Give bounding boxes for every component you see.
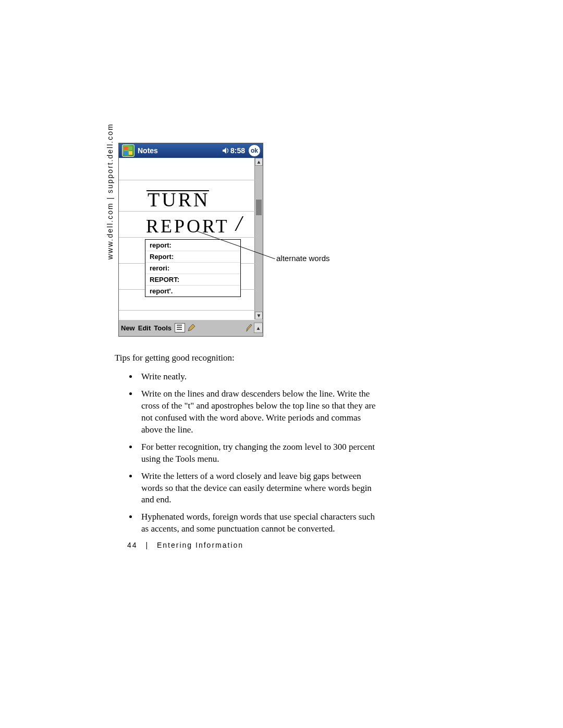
alt-word-option[interactable]: REPORT:	[145, 274, 240, 286]
pen-toggle-icon[interactable]	[187, 324, 195, 332]
alt-word-option[interactable]: rerori:	[145, 263, 240, 274]
handwriting-line-2: REPORT/	[146, 215, 229, 237]
menu-tools[interactable]: Tools	[154, 324, 172, 332]
chapter-title: Entering Information	[157, 541, 243, 549]
handwriting-line-1: TURN	[148, 188, 210, 211]
footer-separator: |	[145, 541, 149, 549]
page-footer: 44 | Entering Information	[127, 541, 243, 549]
alt-word-option[interactable]: report'.	[145, 286, 240, 297]
tips-list: Write neatly. Write on the lines and dra…	[128, 366, 378, 540]
tip-item: Hyphenated words, foreign words that use…	[138, 511, 378, 535]
volume-icon[interactable]	[222, 147, 229, 154]
tip-item: Write neatly.	[138, 371, 378, 383]
app-title: Notes	[138, 146, 222, 155]
input-panel-up-arrow[interactable]: ▲	[254, 323, 263, 333]
tip-item: Write on the lines and draw descenders b…	[138, 388, 378, 436]
manual-page: www.dell.com | support.dell.com Notes 8:…	[0, 0, 563, 728]
tip-item: Write the letters of a word closely and …	[138, 471, 378, 507]
note-writing-area[interactable]: ▲ ▼ TURN REPORT/ report: Report: rerori:…	[119, 158, 255, 319]
tip-item: For better recognition, try changing the…	[138, 441, 378, 465]
svg-rect-0	[124, 146, 128, 150]
menu-new[interactable]: New	[121, 324, 135, 332]
svg-rect-3	[129, 151, 132, 155]
svg-rect-1	[129, 146, 132, 150]
start-icon[interactable]	[122, 144, 134, 157]
vertical-scrollbar[interactable]: ▲ ▼	[254, 158, 263, 319]
clock-text: 8:58	[230, 146, 245, 155]
scroll-thumb[interactable]	[256, 200, 262, 215]
callout-label: alternate words	[276, 253, 330, 264]
alt-word-option[interactable]: report:	[145, 240, 240, 251]
page-number: 44	[127, 541, 138, 549]
titlebar: Notes 8:58 ok	[119, 143, 263, 158]
ok-button[interactable]: ok	[248, 144, 261, 157]
scroll-up-arrow[interactable]: ▲	[255, 158, 263, 166]
bottom-menu-bar: New Edit Tools ▲	[119, 319, 263, 336]
svg-rect-2	[124, 151, 128, 155]
side-url-text: www.dell.com | support.dell.com	[106, 123, 114, 260]
scroll-down-arrow[interactable]: ▼	[255, 312, 263, 319]
recording-toolbar-icon[interactable]	[175, 323, 185, 332]
alternate-words-popup[interactable]: report: Report: rerori: REPORT: report'.	[145, 239, 241, 297]
alt-word-option[interactable]: Report:	[145, 251, 240, 263]
tips-intro-text: Tips for getting good recognition:	[115, 352, 365, 364]
svg-marker-4	[223, 147, 226, 154]
input-panel-icon[interactable]	[246, 323, 253, 332]
menu-edit[interactable]: Edit	[138, 324, 151, 332]
pocketpc-screenshot: Notes 8:58 ok ▲ ▼ TURN REPORT/ report: R…	[118, 143, 263, 337]
